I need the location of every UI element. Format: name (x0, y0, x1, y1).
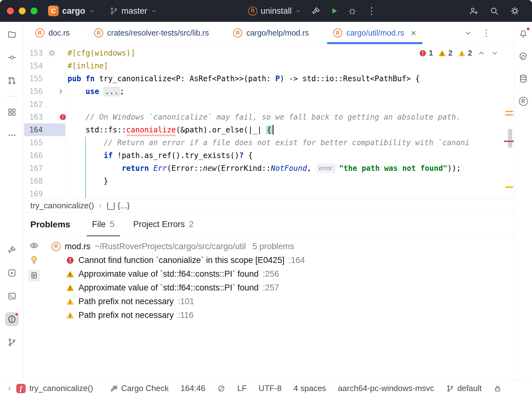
readonly-lock-widget[interactable] (494, 384, 502, 393)
structure-tool-button[interactable] (5, 105, 19, 119)
highlighting-widget[interactable] (217, 384, 225, 393)
file-encoding[interactable]: UTF-8 (258, 384, 282, 393)
gutter[interactable]: 166 (24, 149, 65, 162)
gutter[interactable]: 163 (24, 111, 65, 123)
debug-icon[interactable] (348, 6, 357, 16)
ai-assistant-button[interactable] (516, 49, 530, 63)
tab-close-icon[interactable]: × (411, 28, 416, 38)
caret-position[interactable]: 164:46 (180, 384, 205, 393)
code-line-154[interactable]: 154#[inline] (24, 59, 514, 72)
gear-gutter-icon[interactable] (48, 49, 56, 57)
editor[interactable]: 153#[cfg(windows)]154#[inline]155pub fn … (24, 44, 514, 198)
scrollbar-thumb[interactable] (508, 129, 512, 148)
tab-file-problems[interactable]: File 5 (91, 213, 116, 236)
notifications-button[interactable] (516, 27, 530, 41)
build-tool-button[interactable] (5, 243, 19, 257)
tab-options-icon[interactable]: ⋮ (481, 29, 492, 37)
services-tool-button[interactable] (5, 266, 19, 280)
warning-count[interactable]: 2 (438, 49, 452, 57)
settings-icon[interactable] (510, 6, 519, 16)
problem-item[interactable]: Cannot find function `canonialize` in th… (66, 253, 514, 267)
breadcrumb-item[interactable]: |_| {...} (107, 201, 130, 210)
cargo-check-widget[interactable]: Cargo Check (110, 384, 169, 393)
more-actions-icon[interactable]: ⋮ (366, 6, 378, 16)
build-icon[interactable] (311, 6, 321, 16)
pull-requests-tool-button[interactable] (5, 74, 19, 87)
code-line-162[interactable]: 162 (24, 98, 514, 111)
database-tool-button[interactable] (516, 72, 530, 86)
gutter[interactable]: 164 (24, 123, 65, 136)
tab-list-chevron-icon[interactable] (464, 29, 473, 37)
code-line-155[interactable]: 155pub fn try_canonicalize<P: AsRef<Path… (24, 72, 514, 85)
code-line-165[interactable]: 165 // Return an error if a file does no… (24, 136, 514, 149)
rust-tool-button[interactable] (516, 94, 530, 108)
git-tool-button[interactable] (5, 335, 19, 349)
run-icon[interactable] (329, 6, 339, 16)
git-branch-widget[interactable]: default (446, 384, 482, 393)
code-text: use ...; (65, 85, 514, 98)
problem-message: Cannot find function `canonialize` in th… (78, 255, 284, 265)
expand-chevron-icon[interactable] (6, 385, 13, 392)
gutter[interactable]: 155 (24, 72, 65, 85)
preview-eye-icon[interactable] (29, 241, 39, 250)
project-tool-button[interactable] (5, 27, 19, 41)
previous-problem-icon[interactable] (477, 49, 485, 57)
code-segment: , (307, 164, 316, 173)
code-area[interactable]: 153#[cfg(windows)]154#[inline]155pub fn … (24, 44, 514, 198)
tab-cargo/help/mod.rs[interactable]: cargo/help/mod.rs (233, 22, 309, 44)
gutter[interactable]: 156 (24, 85, 65, 98)
search-icon[interactable] (489, 6, 499, 16)
gutter[interactable]: 154 (24, 59, 65, 72)
quick-fix-bulb-icon[interactable] (29, 255, 39, 265)
terminal-tool-button[interactable] (5, 289, 19, 303)
problems-panel-title[interactable]: Problems (30, 220, 70, 230)
zoom-window-button[interactable] (31, 7, 38, 14)
gutter[interactable]: 169 (24, 187, 65, 198)
problems-tool-button[interactable] (5, 312, 19, 326)
next-problem-icon[interactable] (491, 49, 499, 57)
project-widget[interactable]: cargo (48, 6, 95, 16)
weak-warning-count[interactable]: 2 (458, 49, 472, 57)
current-function[interactable]: try_canonicalize() (29, 384, 93, 393)
problems-icon (7, 314, 17, 324)
code-line-167[interactable]: 167 return Err(Error::new(ErrorKind::Not… (24, 162, 514, 175)
gutter[interactable]: 162 (24, 98, 65, 111)
tab-cargo/util/mod.rs[interactable]: cargo/util/mod.rs× (333, 22, 416, 44)
fold-gutter-icon[interactable] (57, 87, 65, 96)
add-user-icon[interactable] (469, 6, 478, 16)
error-gutter-icon[interactable] (59, 113, 67, 121)
left-stripe-bottom-group (5, 243, 19, 349)
error-count[interactable]: 1 (419, 49, 433, 57)
problem-item[interactable]: Path prefix not necessary:116 (66, 308, 514, 322)
gutter[interactable]: 153 (24, 47, 65, 59)
breadcrumb-item[interactable]: try_canonicalize() (30, 201, 94, 210)
commit-tool-button[interactable] (5, 51, 19, 64)
tab-project-errors[interactable]: Project Errors 2 (132, 213, 195, 236)
minimize-window-button[interactable] (19, 7, 26, 14)
code-line-168[interactable]: 168 } (24, 175, 514, 187)
code-line-169[interactable]: 169 (24, 187, 514, 198)
toolchain-target[interactable]: aarch64-pc-windows-msvc (338, 384, 434, 393)
run-config-widget[interactable]: uninstall (248, 6, 301, 16)
tab-doc.rs[interactable]: doc.rs (35, 22, 70, 44)
indent-style[interactable]: 4 spaces (294, 384, 326, 393)
gutter[interactable]: 168 (24, 175, 65, 187)
description-toggle[interactable] (28, 270, 40, 281)
gutter[interactable]: 165 (24, 136, 65, 149)
code-line-166[interactable]: 166 if !path.as_ref().try_exists()? { (24, 149, 514, 162)
code-text: if !path.as_ref().try_exists()? { (65, 149, 514, 162)
code-line-163[interactable]: 163 // On Windows `canonicalize` may fai… (24, 111, 514, 123)
problems-file-row[interactable]: mod.rs ~/RustRoverProjects/cargo/src/car… (52, 240, 514, 253)
code-line-164[interactable]: 164 std::fs::canonialize(&path).or_else(… (24, 123, 514, 136)
problem-item[interactable]: Approximate value of `std::f64::consts::… (66, 267, 514, 281)
problem-item[interactable]: Path prefix not necessary:101 (66, 295, 514, 308)
code-segment: (Error:: (167, 164, 203, 173)
branch-widget[interactable]: master (109, 6, 157, 16)
code-line-156[interactable]: 156 use ...; (24, 85, 514, 98)
gutter[interactable]: 167 (24, 162, 65, 175)
close-window-button[interactable] (7, 7, 14, 14)
more-tool-windows-button[interactable] (5, 128, 19, 142)
tab-crates/resolver-tests/src/lib.rs[interactable]: crates/resolver-tests/src/lib.rs (94, 22, 209, 44)
line-separator[interactable]: LF (237, 384, 247, 393)
problem-item[interactable]: Approximate value of `std::f64::consts::… (66, 281, 514, 295)
